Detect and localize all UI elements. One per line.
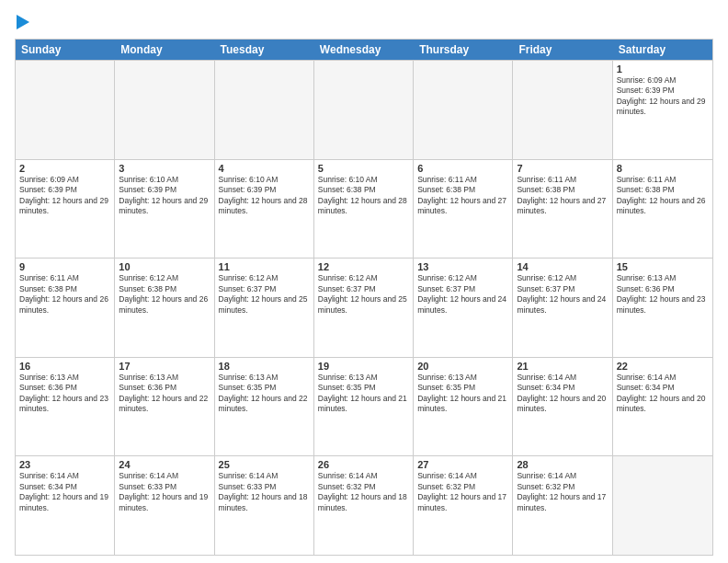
day-info: Sunrise: 6:14 AM Sunset: 6:32 PM Dayligh… <box>517 471 608 513</box>
day-header: Sunday <box>16 40 115 60</box>
day-info: Sunrise: 6:09 AM Sunset: 6:39 PM Dayligh… <box>19 175 110 217</box>
day-cell: 19Sunrise: 6:13 AM Sunset: 6:35 PM Dayli… <box>314 358 414 456</box>
day-number: 10 <box>119 261 210 272</box>
day-number: 26 <box>318 459 409 470</box>
day-info: Sunrise: 6:10 AM Sunset: 6:39 PM Dayligh… <box>219 175 310 217</box>
day-cell: 25Sunrise: 6:14 AM Sunset: 6:33 PM Dayli… <box>215 456 314 555</box>
week-row: 9Sunrise: 6:11 AM Sunset: 6:38 PM Daylig… <box>16 258 712 357</box>
day-number: 20 <box>417 361 508 372</box>
week-row: 16Sunrise: 6:13 AM Sunset: 6:36 PM Dayli… <box>16 357 712 456</box>
day-cell: 26Sunrise: 6:14 AM Sunset: 6:32 PM Dayli… <box>314 456 414 555</box>
day-info: Sunrise: 6:09 AM Sunset: 6:39 PM Dayligh… <box>617 75 709 118</box>
day-number: 9 <box>19 261 110 272</box>
week-row: 1Sunrise: 6:09 AM Sunset: 6:39 PM Daylig… <box>16 60 712 159</box>
day-number: 5 <box>318 163 409 174</box>
day-cell: 23Sunrise: 6:14 AM Sunset: 6:34 PM Dayli… <box>16 456 115 555</box>
day-cell <box>613 456 712 555</box>
day-header: Thursday <box>414 40 513 60</box>
day-number: 12 <box>318 261 409 272</box>
day-cell: 4Sunrise: 6:10 AM Sunset: 6:39 PM Daylig… <box>215 160 314 259</box>
day-cell: 24Sunrise: 6:14 AM Sunset: 6:33 PM Dayli… <box>115 456 214 555</box>
day-cell: 22Sunrise: 6:14 AM Sunset: 6:34 PM Dayli… <box>613 358 712 456</box>
day-number: 15 <box>617 261 709 272</box>
day-number: 11 <box>219 261 310 272</box>
logo <box>15 15 29 29</box>
day-cell: 6Sunrise: 6:11 AM Sunset: 6:38 PM Daylig… <box>414 160 513 259</box>
day-info: Sunrise: 6:10 AM Sunset: 6:39 PM Dayligh… <box>119 175 210 217</box>
day-cell: 9Sunrise: 6:11 AM Sunset: 6:38 PM Daylig… <box>16 259 115 357</box>
day-number: 8 <box>617 163 709 174</box>
day-info: Sunrise: 6:14 AM Sunset: 6:34 PM Dayligh… <box>19 471 110 513</box>
day-cell: 3Sunrise: 6:10 AM Sunset: 6:39 PM Daylig… <box>115 160 214 259</box>
weeks: 1Sunrise: 6:09 AM Sunset: 6:39 PM Daylig… <box>16 60 712 555</box>
day-cell: 16Sunrise: 6:13 AM Sunset: 6:36 PM Dayli… <box>16 358 115 456</box>
day-info: Sunrise: 6:14 AM Sunset: 6:34 PM Dayligh… <box>517 373 608 415</box>
day-info: Sunrise: 6:13 AM Sunset: 6:35 PM Dayligh… <box>219 373 310 415</box>
day-cell <box>414 61 513 159</box>
day-info: Sunrise: 6:14 AM Sunset: 6:33 PM Dayligh… <box>219 471 310 513</box>
day-info: Sunrise: 6:13 AM Sunset: 6:36 PM Dayligh… <box>19 373 110 415</box>
day-number: 6 <box>417 163 508 174</box>
day-cell: 21Sunrise: 6:14 AM Sunset: 6:34 PM Dayli… <box>513 358 612 456</box>
day-info: Sunrise: 6:12 AM Sunset: 6:37 PM Dayligh… <box>417 273 508 316</box>
day-info: Sunrise: 6:11 AM Sunset: 6:38 PM Dayligh… <box>617 175 709 217</box>
day-cell: 14Sunrise: 6:12 AM Sunset: 6:37 PM Dayli… <box>513 259 612 357</box>
day-info: Sunrise: 6:13 AM Sunset: 6:35 PM Dayligh… <box>318 373 409 415</box>
day-cell: 5Sunrise: 6:10 AM Sunset: 6:38 PM Daylig… <box>314 160 414 259</box>
day-info: Sunrise: 6:12 AM Sunset: 6:37 PM Dayligh… <box>219 273 310 316</box>
day-cell: 7Sunrise: 6:11 AM Sunset: 6:38 PM Daylig… <box>513 160 612 259</box>
day-cell: 17Sunrise: 6:13 AM Sunset: 6:36 PM Dayli… <box>115 358 214 456</box>
day-number: 27 <box>417 459 508 470</box>
day-number: 28 <box>517 459 608 470</box>
day-header: Wednesday <box>314 40 414 60</box>
day-number: 1 <box>617 63 709 75</box>
day-number: 21 <box>517 361 608 372</box>
day-cell: 15Sunrise: 6:13 AM Sunset: 6:36 PM Dayli… <box>613 259 712 357</box>
day-info: Sunrise: 6:12 AM Sunset: 6:38 PM Dayligh… <box>119 273 210 316</box>
day-cell: 1Sunrise: 6:09 AM Sunset: 6:39 PM Daylig… <box>613 61 712 159</box>
day-number: 16 <box>19 361 110 372</box>
day-info: Sunrise: 6:12 AM Sunset: 6:37 PM Dayligh… <box>318 273 409 316</box>
day-info: Sunrise: 6:12 AM Sunset: 6:37 PM Dayligh… <box>517 273 608 316</box>
day-number: 2 <box>19 163 110 174</box>
day-cell: 13Sunrise: 6:12 AM Sunset: 6:37 PM Dayli… <box>414 259 513 357</box>
day-cell: 28Sunrise: 6:14 AM Sunset: 6:32 PM Dayli… <box>513 456 612 555</box>
day-info: Sunrise: 6:11 AM Sunset: 6:38 PM Dayligh… <box>19 273 110 316</box>
day-header: Friday <box>513 40 612 60</box>
day-info: Sunrise: 6:11 AM Sunset: 6:38 PM Dayligh… <box>417 175 508 217</box>
page: SundayMondayTuesdayWednesdayThursdayFrid… <box>0 0 728 563</box>
day-cell <box>215 61 314 159</box>
day-number: 25 <box>219 459 310 470</box>
day-cell: 8Sunrise: 6:11 AM Sunset: 6:38 PM Daylig… <box>613 160 712 259</box>
day-cell: 11Sunrise: 6:12 AM Sunset: 6:37 PM Dayli… <box>215 259 314 357</box>
day-number: 22 <box>617 361 709 372</box>
day-number: 7 <box>517 163 608 174</box>
day-number: 13 <box>417 261 508 272</box>
day-info: Sunrise: 6:11 AM Sunset: 6:38 PM Dayligh… <box>517 175 608 217</box>
day-info: Sunrise: 6:13 AM Sunset: 6:36 PM Dayligh… <box>617 273 709 316</box>
day-headers: SundayMondayTuesdayWednesdayThursdayFrid… <box>16 40 712 60</box>
day-info: Sunrise: 6:14 AM Sunset: 6:33 PM Dayligh… <box>119 471 210 513</box>
day-info: Sunrise: 6:10 AM Sunset: 6:38 PM Dayligh… <box>318 175 409 217</box>
day-cell <box>16 61 115 159</box>
day-header: Monday <box>115 40 214 60</box>
day-info: Sunrise: 6:14 AM Sunset: 6:32 PM Dayligh… <box>417 471 508 513</box>
day-cell: 2Sunrise: 6:09 AM Sunset: 6:39 PM Daylig… <box>16 160 115 259</box>
day-number: 18 <box>219 361 310 372</box>
day-cell: 10Sunrise: 6:12 AM Sunset: 6:38 PM Dayli… <box>115 259 214 357</box>
week-row: 23Sunrise: 6:14 AM Sunset: 6:34 PM Dayli… <box>16 455 712 555</box>
day-header: Saturday <box>613 40 712 60</box>
day-cell <box>513 61 612 159</box>
day-info: Sunrise: 6:14 AM Sunset: 6:32 PM Dayligh… <box>318 471 409 513</box>
day-cell <box>314 61 414 159</box>
day-number: 3 <box>119 163 210 174</box>
day-header: Tuesday <box>215 40 314 60</box>
day-cell: 20Sunrise: 6:13 AM Sunset: 6:35 PM Dayli… <box>414 358 513 456</box>
day-cell: 12Sunrise: 6:12 AM Sunset: 6:37 PM Dayli… <box>314 259 414 357</box>
calendar: SundayMondayTuesdayWednesdayThursdayFrid… <box>15 39 713 556</box>
day-number: 14 <box>517 261 608 272</box>
day-number: 4 <box>219 163 310 174</box>
day-cell <box>115 61 214 159</box>
day-number: 23 <box>19 459 110 470</box>
day-info: Sunrise: 6:13 AM Sunset: 6:35 PM Dayligh… <box>417 373 508 415</box>
